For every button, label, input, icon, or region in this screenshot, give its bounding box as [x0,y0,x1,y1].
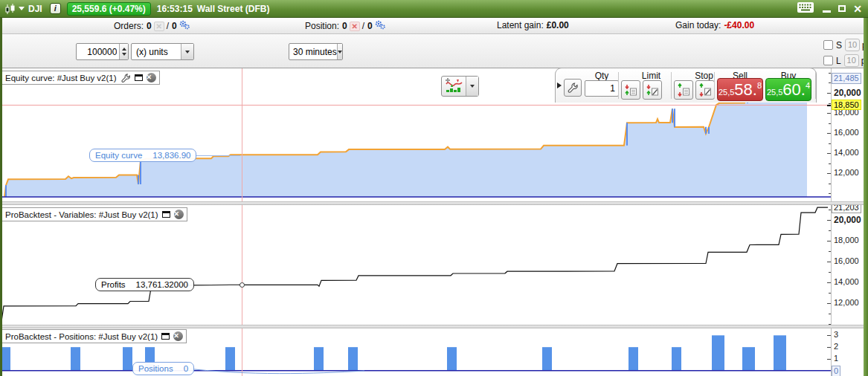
axis-tick-label: 18,000 [834,236,859,244]
axis-tick [827,241,831,242]
chart-type-caret-icon[interactable] [466,77,478,96]
panel-separator[interactable] [0,201,864,205]
axis-minor-tick [829,143,831,144]
axis-minor-tick [829,82,831,83]
axis-tick [827,153,831,154]
panel-title-variables-text: ProBacktest - Variables: #Just Buy v2(1) [5,210,158,219]
positions-callout[interactable]: Positions 0 [132,362,194,375]
panel-title-equity-text: Equity curve: #Just Buy v2(1) [5,74,117,82]
stop-order-modify-button[interactable] [695,80,715,100]
qty-input[interactable] [585,80,619,97]
stats-bar: Orders: 0 ✕ / 0 Position: 0 ✕ / 0 [2,18,864,34]
equity-callout-value: 13,836.90 [152,151,190,160]
qty-label: Qty [581,71,623,81]
axis-minor-tick [829,103,831,104]
position-bar [71,347,80,371]
orders-settings-gears-icon[interactable] [179,20,190,32]
axis-tick [827,113,831,114]
gain-today-value: -£40.00 [724,20,754,30]
axis-minor-tick [829,251,831,252]
stop-loss-checkbox[interactable] [823,40,833,50]
positions-callout-line [181,364,367,375]
axis-tick [827,335,831,336]
timeframe-dropdown-caret-icon[interactable] [337,44,342,59]
profits-callout-name: Profits [101,280,126,289]
window-titlebar[interactable]: DJI i 25,559.6 (+0.47%) 16:53:15 Wall St… [0,0,868,18]
toolbar: (x) units 30 minutes [2,34,864,68]
chart-profits[interactable] [2,205,831,325]
stop-loss-pts-input[interactable]: 10 [845,39,860,51]
close-button[interactable]: ✕ [853,4,862,14]
window-border-right [864,0,868,376]
timeframe-dropdown-value: 30 minutes [289,47,337,57]
stop-order-button[interactable] [674,80,693,100]
gain-today-stat: Gain today: -£40.00 [675,20,754,30]
buy-button[interactable]: 25,5 60. 4 [765,78,811,101]
panel-title-variables[interactable]: ProBacktest - Variables: #Just Buy v2(1)… [1,207,187,221]
position-stat: Position: 0 ✕ / 0 [305,20,388,32]
axis-tick-label: 14,000 [834,277,859,286]
axis-tick-label: 16,000 [834,128,859,137]
quantity-input[interactable] [77,44,119,59]
limit-order-button[interactable] [621,80,640,100]
panel-close-icon[interactable]: ✕ [174,210,184,219]
instrument-dropdown-caret-icon[interactable] [19,7,25,10]
limit-order-modify-button[interactable] [643,80,662,100]
info-icon[interactable]: i [50,3,61,14]
position-bar [542,347,552,371]
timeframe-dropdown[interactable]: 30 minutes [289,43,343,60]
minimize-button[interactable] [823,10,831,13]
panel-close-icon[interactable]: ✕ [173,331,183,341]
collapse-panel-arrow-icon[interactable] [557,82,562,88]
gain-today-label: Gain today: [675,20,721,30]
units-dropdown-caret-icon[interactable] [181,44,193,59]
stop-loss-label: S [836,40,842,51]
close-position-icon[interactable]: ✕ [350,22,360,31]
profits-callout-value: 13,761.32000 [136,280,188,289]
market-name: Wall Street (DFB) [197,4,270,14]
axis-tick [827,173,831,174]
position-bar [123,347,132,371]
level-line [2,105,831,106]
panel-title-positions[interactable]: ProBacktest - Positions: #Just Buy v2(1)… [1,329,187,343]
panel-settings-wrench-icon[interactable] [120,73,131,83]
order-settings-button[interactable] [564,79,582,97]
equity-curve-callout[interactable]: Equity curve 13,836.90 [89,149,196,162]
axis-tick [827,347,831,348]
quantity-spinner-arrows[interactable] [119,44,128,59]
axis-tick-label: 14,000 [834,148,859,157]
panel-window-icon[interactable] [162,211,170,218]
position-settings-gears-icon[interactable] [375,20,385,32]
axis-minor-tick [829,272,831,273]
order-entry-panel: Qty Limit Stop [555,68,817,103]
position-bar [742,347,755,371]
axis-minor-tick [829,314,831,314]
units-dropdown[interactable]: (x) units [131,43,194,60]
panel-close-icon[interactable]: ✕ [147,73,156,82]
chart-type-icon [442,78,466,95]
positions-callout-value: 0 [184,364,188,373]
instrument-symbol[interactable]: DJI [28,4,42,14]
units-dropdown-value: (x) units [132,47,181,57]
axis-minor-tick [829,163,831,164]
profits-line [2,207,828,321]
axis-minor-tick [829,210,831,210]
axis-tick [827,220,831,221]
limit-profit-pts-input[interactable]: 10 [844,54,859,67]
panel-window-icon[interactable] [161,333,170,340]
axis-tick-label: 3 [834,330,838,339]
axis-tick [827,262,831,262]
panel-title-equity[interactable]: Equity curve: #Just Buy v2(1) ✕ [1,71,160,85]
panel-window-icon[interactable] [135,74,143,81]
trading-platform-window: DJI i 25,559.6 (+0.47%) 16:53:15 Wall St… [0,0,868,376]
panel-separator[interactable] [0,325,864,328]
quantity-spinner[interactable] [76,43,129,60]
axis-tick [827,282,831,283]
profits-callout[interactable]: Profits 13,761.32000 [95,278,194,291]
limit-profit-checkbox[interactable] [823,56,833,65]
chart-type-button[interactable] [441,76,479,97]
sell-button[interactable]: 25,5 58. 8 [717,78,763,101]
cancel-orders-icon[interactable]: ✕ [154,22,164,31]
maximize-button[interactable] [838,5,846,12]
keyboard-icon[interactable] [797,2,814,15]
